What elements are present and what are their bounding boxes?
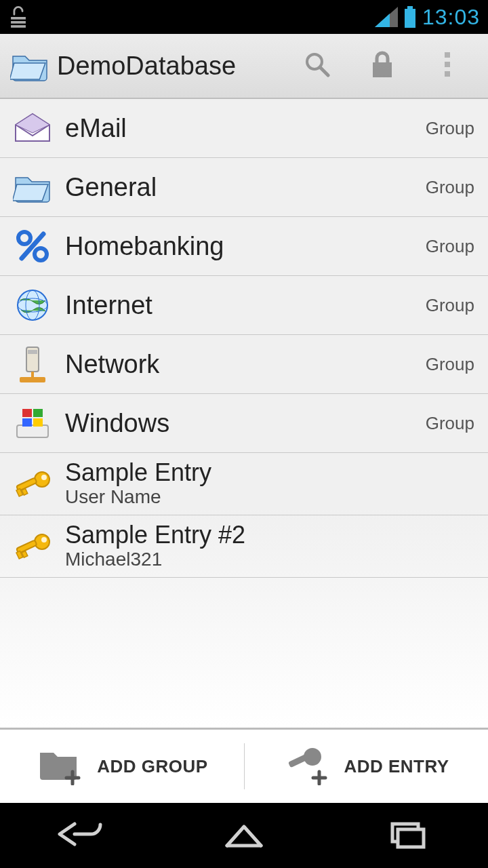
svg-line-17 (22, 234, 43, 258)
unlock-icon (8, 5, 28, 28)
svg-rect-26 (22, 409, 32, 417)
percent-icon (5, 222, 60, 270)
svg-rect-11 (445, 62, 450, 67)
add-group-label: ADD GROUP (97, 756, 207, 777)
group-name: Network (65, 350, 159, 379)
group-tag: Group (426, 236, 474, 257)
entry-list: eMail Group General Group Homebanki (0, 99, 488, 728)
action-bar: DemoDatabase (0, 34, 488, 99)
status-bar: 13:03 (0, 0, 488, 34)
list-item[interactable]: eMail Group (0, 99, 488, 158)
add-group-button[interactable]: ADD GROUP (0, 730, 244, 803)
svg-point-15 (18, 232, 30, 244)
key-plus-icon (283, 745, 331, 788)
lock-icon (369, 49, 396, 83)
list-item[interactable]: Sample Entry #2 Michael321 (0, 515, 488, 578)
group-tag: Group (426, 413, 474, 434)
add-entry-button[interactable]: ADD ENTRY (244, 730, 488, 803)
group-name: General (65, 173, 157, 202)
list-item[interactable]: Internet Group (0, 276, 488, 335)
list-item[interactable]: Homebanking Group (0, 217, 488, 276)
svg-rect-6 (405, 9, 415, 28)
svg-rect-1 (11, 21, 26, 24)
svg-rect-24 (20, 377, 45, 382)
svg-rect-0 (11, 17, 26, 20)
bottom-toolbar: ADD GROUP ADD ENTRY (0, 730, 488, 803)
svg-rect-22 (28, 350, 37, 354)
globe-icon (5, 281, 60, 329)
svg-rect-48 (398, 829, 424, 847)
recent-apps-button[interactable] (359, 812, 454, 859)
svg-point-30 (35, 472, 49, 487)
entry-title: Sample Entry (65, 460, 211, 486)
status-time: 13:03 (422, 5, 480, 30)
svg-marker-4 (375, 14, 390, 27)
svg-rect-25 (17, 425, 48, 437)
svg-rect-27 (33, 409, 43, 417)
svg-rect-5 (407, 6, 413, 9)
svg-point-31 (41, 475, 47, 480)
home-button[interactable] (197, 812, 291, 859)
svg-point-36 (41, 537, 47, 542)
navigation-bar (0, 803, 488, 868)
windows-icon (5, 399, 60, 447)
svg-point-16 (35, 248, 47, 260)
folder-plus-icon (36, 745, 85, 788)
group-tag: Group (426, 177, 474, 198)
mail-icon (5, 104, 60, 152)
entry-title: Sample Entry #2 (65, 522, 245, 548)
entry-subtitle: User Name (65, 486, 211, 508)
server-icon (5, 340, 60, 388)
signal-icon (375, 7, 398, 27)
back-button[interactable] (34, 812, 129, 859)
svg-line-8 (320, 67, 328, 75)
home-icon (220, 817, 268, 854)
folder-icon (5, 163, 60, 211)
list-item[interactable]: General Group (0, 158, 488, 217)
list-item[interactable]: Network Group (0, 335, 488, 394)
svg-rect-9 (373, 62, 392, 77)
list-item[interactable]: Sample Entry User Name (0, 453, 488, 515)
group-name: Internet (65, 291, 152, 320)
back-icon (54, 817, 108, 854)
key-icon (5, 523, 60, 570)
recent-icon (383, 817, 430, 854)
list-item[interactable]: Windows Group (0, 394, 488, 453)
lock-button[interactable] (350, 33, 415, 98)
svg-rect-28 (22, 418, 32, 427)
group-name: eMail (65, 114, 127, 143)
menu-dots-icon (443, 51, 451, 81)
group-tag: Group (426, 354, 474, 375)
group-name: Windows (65, 409, 169, 438)
battery-icon (403, 6, 417, 28)
overflow-menu-button[interactable] (415, 33, 480, 98)
database-title: DemoDatabase (57, 52, 236, 81)
group-tag: Group (426, 118, 474, 139)
svg-point-18 (18, 290, 47, 320)
search-button[interactable] (285, 33, 350, 98)
group-tag: Group (426, 295, 474, 316)
svg-rect-12 (445, 71, 450, 77)
svg-point-35 (35, 534, 49, 549)
database-folder-icon (8, 44, 52, 87)
svg-rect-2 (11, 25, 26, 28)
svg-rect-10 (445, 52, 450, 58)
svg-rect-29 (33, 418, 43, 427)
search-icon (302, 50, 332, 82)
group-name: Homebanking (65, 232, 224, 261)
key-icon (5, 460, 60, 508)
entry-subtitle: Michael321 (65, 549, 245, 570)
add-entry-label: ADD ENTRY (344, 756, 449, 777)
